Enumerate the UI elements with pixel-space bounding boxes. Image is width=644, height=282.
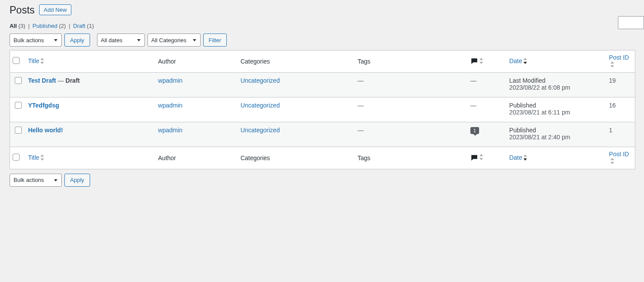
date-value: 2023/08/22 at 6:08 pm bbox=[509, 84, 600, 91]
author-link[interactable]: wpadmin bbox=[158, 127, 182, 134]
filter-all-link[interactable]: All (3) bbox=[10, 23, 25, 29]
column-postid[interactable]: Post ID bbox=[605, 50, 635, 73]
sort-icon bbox=[610, 158, 614, 165]
column-postid-footer[interactable]: Post ID bbox=[605, 147, 635, 169]
category-filter-select[interactable]: All Categories bbox=[148, 34, 201, 47]
comment-icon bbox=[470, 154, 478, 161]
column-date[interactable]: Date bbox=[505, 50, 604, 73]
table-row: Hello world!wpadminUncategorized—1Publis… bbox=[10, 122, 635, 147]
date-filter-select[interactable]: All dates bbox=[97, 34, 145, 47]
separator: | bbox=[69, 23, 70, 29]
row-checkbox[interactable] bbox=[15, 127, 22, 134]
table-row: YTedfgdsgwpadminUncategorized——Published… bbox=[10, 97, 635, 122]
row-checkbox[interactable] bbox=[15, 102, 22, 109]
sort-icon bbox=[523, 154, 527, 162]
column-categories-footer: Categories bbox=[236, 147, 353, 169]
sort-icon bbox=[40, 154, 44, 162]
column-author-footer: Author bbox=[154, 147, 236, 169]
post-state-separator: — bbox=[56, 77, 66, 84]
date-status: Published bbox=[509, 102, 600, 109]
column-date-label: Date bbox=[509, 154, 522, 161]
tags-value: — bbox=[358, 127, 364, 134]
tags-value: — bbox=[358, 102, 364, 109]
filter-draft-count: (1) bbox=[87, 23, 94, 29]
sort-icon bbox=[523, 58, 527, 65]
column-author: Author bbox=[154, 50, 236, 73]
column-title-label: Title bbox=[28, 57, 39, 64]
post-id-value: 19 bbox=[605, 72, 635, 97]
select-all-checkbox[interactable] bbox=[13, 57, 20, 64]
column-postid-label: Post ID bbox=[609, 151, 629, 158]
filter-button[interactable]: Filter bbox=[203, 34, 227, 47]
tags-value: — bbox=[358, 77, 364, 84]
date-status: Last Modified bbox=[509, 77, 600, 84]
category-link[interactable]: Uncategorized bbox=[241, 77, 280, 84]
filter-draft-link[interactable]: Draft (1) bbox=[73, 23, 94, 29]
status-filter-links: All (3) | Published (2) | Draft (1) bbox=[10, 23, 635, 29]
table-row: Test Draft — DraftwpadminUncategorized——… bbox=[10, 72, 635, 97]
apply-button[interactable]: Apply bbox=[64, 34, 90, 47]
add-new-button[interactable]: Add New bbox=[39, 4, 72, 15]
comments-value: — bbox=[470, 102, 476, 109]
bulk-actions-select[interactable]: Bulk actions bbox=[10, 34, 62, 47]
author-link[interactable]: wpadmin bbox=[158, 77, 182, 84]
filter-all-label: All bbox=[10, 23, 17, 29]
column-date-label: Date bbox=[509, 57, 522, 64]
filter-all-count: (3) bbox=[18, 23, 25, 29]
column-comments[interactable] bbox=[466, 50, 505, 73]
comments-value: — bbox=[470, 77, 476, 84]
filter-published-link[interactable]: Published (2) bbox=[33, 23, 66, 29]
column-comments-footer[interactable] bbox=[466, 147, 505, 169]
column-tags-footer: Tags bbox=[353, 147, 466, 169]
date-status: Published bbox=[509, 127, 600, 134]
category-link[interactable]: Uncategorized bbox=[241, 102, 280, 109]
column-categories: Categories bbox=[236, 50, 353, 73]
sort-icon bbox=[40, 58, 44, 65]
sort-icon bbox=[479, 154, 483, 161]
page-title: Posts bbox=[10, 4, 35, 16]
post-id-value: 1 bbox=[605, 122, 635, 147]
filter-published-count: (2) bbox=[59, 23, 66, 29]
date-value: 2023/08/21 at 6:11 pm bbox=[509, 109, 600, 116]
filter-draft-label: Draft bbox=[73, 23, 85, 29]
sort-icon bbox=[610, 61, 614, 69]
comments-count-bubble[interactable]: 1 bbox=[470, 127, 479, 134]
post-title-link[interactable]: Test Draft bbox=[28, 77, 56, 84]
search-input[interactable] bbox=[618, 16, 644, 29]
post-state: Draft bbox=[66, 77, 80, 84]
apply-button-bottom[interactable]: Apply bbox=[64, 174, 90, 187]
author-link[interactable]: wpadmin bbox=[158, 102, 182, 109]
column-title-footer[interactable]: Title bbox=[23, 147, 154, 169]
bulk-actions-select-bottom[interactable]: Bulk actions bbox=[10, 174, 62, 187]
select-all-checkbox-bottom[interactable] bbox=[13, 154, 20, 161]
column-title[interactable]: Title bbox=[23, 50, 154, 73]
row-checkbox[interactable] bbox=[15, 77, 22, 84]
filter-published-label: Published bbox=[33, 23, 57, 29]
post-title-link[interactable]: Hello world! bbox=[28, 127, 63, 134]
sort-icon bbox=[479, 58, 483, 65]
post-id-value: 16 bbox=[605, 97, 635, 122]
column-postid-label: Post ID bbox=[609, 54, 629, 61]
category-link[interactable]: Uncategorized bbox=[241, 127, 280, 134]
column-tags: Tags bbox=[353, 50, 466, 73]
column-title-label: Title bbox=[28, 154, 39, 161]
separator: | bbox=[28, 23, 30, 29]
post-title-link[interactable]: YTedfgdsg bbox=[28, 102, 59, 109]
date-value: 2023/08/21 at 2:40 pm bbox=[509, 134, 600, 141]
comment-icon bbox=[470, 57, 478, 64]
column-date-footer[interactable]: Date bbox=[505, 147, 604, 169]
